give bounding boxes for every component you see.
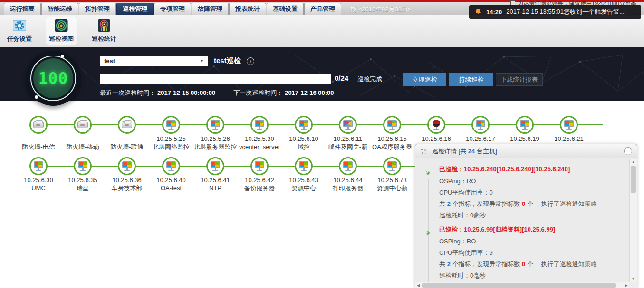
horizontal-scrollbar-thumb[interactable] [422, 283, 616, 288]
host-node-badge[interactable] [29, 116, 48, 134]
host-node-badge[interactable] [295, 116, 313, 134]
host-node[interactable]: 10.25.5.26 北塔服务器监控 [193, 116, 237, 151]
host-name: 北塔服务器监控 [194, 143, 237, 150]
host-node[interactable]: 10.25.6.40 OA-test [149, 157, 193, 192]
entry-cost: 巡检耗时：0毫秒 [439, 270, 625, 281]
host-ip: 10.25.6.44 [333, 176, 364, 184]
panel-header[interactable]: 巡检详情 [共 24 台主机] — [415, 144, 637, 158]
inspection-detail-panel: 巡检详情 [共 24 台主机] — 已巡检：10.25.6.240[10.25.… [415, 144, 637, 288]
host-node[interactable]: 防火墙-联通 [105, 116, 149, 151]
host-node-badge[interactable] [74, 157, 92, 175]
progress-label: 巡检完成 [357, 75, 382, 84]
next-time-value: 2017-12-16 00:00 [285, 89, 334, 96]
host-node-badge[interactable] [560, 116, 578, 134]
entry-cpu: CPU平均使用率：0 [439, 187, 625, 198]
alert-notification-toast[interactable]: 14:20 2017-12-15 13:55:01您收到一个触发告警... [469, 5, 641, 19]
host-node[interactable]: 10.25.6.44 打印服务器 [326, 157, 370, 192]
host-node-badge[interactable] [206, 116, 224, 134]
host-node[interactable]: 10.25.5.30 vcenter_server [238, 116, 281, 151]
host-node[interactable]: 10.25.6.11 邮件及网关-新 [326, 116, 370, 151]
download-report-button[interactable]: 下载统计报表 [496, 73, 543, 86]
host-node-badge[interactable] [516, 116, 534, 134]
host-node[interactable]: 10.25.5.25 北塔网络监控 [149, 116, 193, 151]
host-node[interactable]: 10.25.6.15 OA程序服务器 [370, 116, 414, 151]
tool-inspection-view[interactable]: 巡检视图 [46, 17, 77, 45]
windows-icon [34, 161, 43, 168]
host-name: 打印服务器 [333, 185, 364, 192]
inspection-entry: 已巡检：10.25.6.240[10.25.6.240][10.25.6.240… [439, 165, 625, 221]
tool-inspection-stats[interactable]: 巡检统计 [88, 17, 120, 45]
panel-host-count: 24 [468, 148, 475, 155]
notification-time: 14:20 [486, 9, 502, 16]
host-node-badge[interactable] [118, 116, 136, 134]
last-time-label: 最近一次巡检时间： [100, 89, 155, 96]
host-node-badge[interactable] [162, 116, 180, 134]
drag-handle-icon[interactable] [420, 148, 427, 155]
tree-node-icon[interactable] [426, 171, 430, 175]
host-node[interactable]: 10.25.6.30 UMC [17, 157, 60, 192]
host-node-badge[interactable] [427, 116, 445, 134]
tool-task-settings[interactable]: 任务设置 [4, 17, 35, 45]
nav-tab[interactable]: 产品管理 [304, 3, 341, 15]
nav-tab[interactable]: 运行摘要 [4, 3, 41, 15]
host-name: 防火墙-移动 [66, 143, 99, 150]
nav-tab[interactable]: 巡检管理 [116, 3, 154, 15]
resolution-checkbox[interactable] [510, 0, 515, 5]
host-node-badge[interactable] [339, 157, 357, 175]
vertical-scrollbar-thumb[interactable] [631, 166, 636, 193]
minimize-button[interactable]: — [624, 147, 632, 155]
host-node-badge[interactable] [471, 116, 490, 134]
task-select[interactable]: test ▼ [100, 56, 208, 66]
host-node[interactable]: 防火墙-移动 [61, 116, 105, 151]
nav-tab[interactable]: 故障管理 [192, 3, 229, 15]
host-node-badge[interactable] [295, 157, 313, 175]
windows-icon [476, 120, 485, 127]
entry-title: 已巡检：10.25.6.240[10.25.6.240][10.25.6.240… [439, 165, 625, 174]
nav-tab[interactable]: 拓扑管理 [79, 3, 116, 15]
host-node-badge[interactable] [250, 116, 269, 134]
vertical-scrollbar[interactable]: ▲ ▼ [629, 159, 637, 282]
run-continuous-button[interactable]: 持续巡检 [449, 73, 493, 86]
run-now-button[interactable]: 立即巡检 [403, 73, 446, 86]
host-node[interactable]: 10.25.6.73 资源中心新 [370, 157, 414, 192]
host-node-badge[interactable] [339, 116, 357, 134]
tool-label: 巡检统计 [92, 35, 116, 43]
scroll-up-icon[interactable]: ▲ [630, 160, 637, 164]
nav-tab[interactable]: 报表统计 [229, 3, 266, 15]
host-node[interactable]: 10.25.6.36 车身技术部 [105, 157, 149, 192]
scroll-left-icon[interactable]: ◀ [417, 283, 420, 288]
host-node-badge[interactable] [206, 157, 224, 175]
progress-bar [100, 74, 331, 84]
scroll-down-icon[interactable]: ▼ [630, 277, 637, 281]
host-node-badge[interactable] [383, 116, 401, 134]
host-node[interactable]: 防火墙-电信 [17, 116, 60, 151]
host-node-badge[interactable] [162, 157, 180, 175]
host-node[interactable]: 10.25.6.10 域控 [282, 116, 326, 151]
gear-icon [12, 19, 27, 33]
radar-view-icon [54, 19, 68, 33]
host-ip: 10.25.5.25 [153, 135, 190, 143]
horizontal-scrollbar[interactable]: ◀ ▶ [415, 282, 629, 288]
host-node-row-2: 10.25.6.30 UMC 10.25.6.35 瑞星 [17, 157, 414, 192]
host-node[interactable]: 10.25.6.43 资源中心 [282, 157, 326, 192]
host-node-label: 10.25.6.10 域控 [289, 135, 318, 151]
host-node-label: 10.25.5.26 北塔服务器监控 [194, 135, 237, 151]
host-name: 资源中心新 [377, 185, 408, 192]
host-node-badge[interactable] [383, 157, 401, 175]
host-node[interactable]: 10.25.6.42 备份服务器 [238, 157, 281, 192]
nav-tab[interactable]: 基础设置 [267, 3, 304, 15]
host-node-label: 10.25.6.73 资源中心新 [377, 176, 408, 192]
host-node-badge[interactable] [118, 157, 136, 175]
host-node[interactable]: 10.25.6.41 NTP [193, 157, 237, 192]
tree-node-icon[interactable] [426, 231, 430, 235]
nav-tab[interactable]: 专项管理 [154, 3, 191, 15]
host-node-badge[interactable] [250, 157, 269, 175]
windows-icon [299, 161, 308, 168]
host-node-badge[interactable] [29, 157, 48, 175]
scroll-right-icon[interactable]: ▶ [625, 283, 628, 288]
windows-icon [78, 161, 87, 168]
nav-tab[interactable]: 智能运维 [41, 3, 78, 15]
info-icon[interactable]: i [247, 57, 254, 65]
host-node[interactable]: 10.25.6.35 瑞星 [61, 157, 105, 192]
host-node-badge[interactable] [74, 116, 92, 134]
